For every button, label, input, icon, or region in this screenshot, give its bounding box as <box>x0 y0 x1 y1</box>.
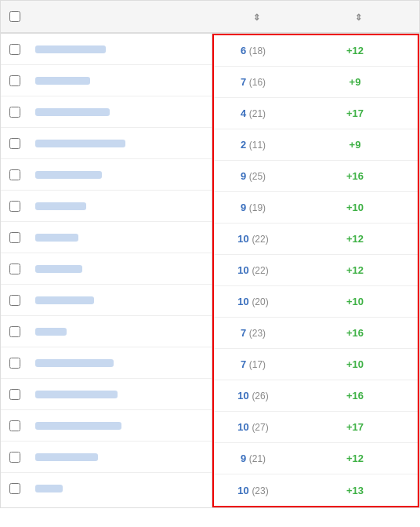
header-checkbox-cell[interactable] <box>1 11 29 22</box>
keyword-text <box>35 328 67 336</box>
keyword-row <box>1 253 212 285</box>
row-checkbox-cell[interactable] <box>1 264 29 274</box>
row-checkbox[interactable] <box>9 295 20 306</box>
pos-value: 10 <box>237 421 248 433</box>
row-checkbox-cell[interactable] <box>1 232 29 243</box>
pos-old-value: (23) <box>249 328 266 339</box>
row-checkbox-cell[interactable] <box>1 483 29 494</box>
row-checkbox[interactable] <box>9 452 20 463</box>
keyword-row <box>1 222 212 253</box>
keyword-text <box>35 391 118 398</box>
pos-value: 2 <box>241 139 246 151</box>
pos-old-value: (21) <box>249 108 266 119</box>
row-checkbox[interactable] <box>9 44 20 55</box>
row-checkbox-cell[interactable] <box>1 201 29 212</box>
table-row: 10 (23)+13 <box>214 474 418 506</box>
row-checkbox[interactable] <box>9 264 20 274</box>
pos-old-value: (22) <box>252 234 268 245</box>
row-checkbox[interactable] <box>9 169 20 180</box>
table-row: 10 (20)+10 <box>214 286 418 318</box>
table-row: 7 (17)+10 <box>214 349 418 380</box>
table-row: 9 (21)+12 <box>214 443 418 474</box>
row-checkbox-cell[interactable] <box>1 169 29 180</box>
table-row: 4 (21)+17 <box>214 98 418 129</box>
pos-value: 9 <box>241 202 246 213</box>
row-checkbox[interactable] <box>9 201 20 212</box>
row-checkbox[interactable] <box>9 483 20 494</box>
row-checkbox[interactable] <box>9 75 20 86</box>
main-table: ⇕ ⇕ 6 (18)+127 (16)+94 (21)+172 (11)+99 … <box>0 0 420 508</box>
keyword-row <box>1 191 212 222</box>
pos-old-value: (19) <box>249 202 266 213</box>
table-row: 10 (22)+12 <box>214 224 418 255</box>
table-row: 10 (27)+17 <box>214 412 418 443</box>
row-checkbox-cell[interactable] <box>1 138 29 149</box>
keyword-column <box>1 34 212 507</box>
keyword-text <box>35 108 110 116</box>
table-row: 7 (16)+9 <box>214 67 418 98</box>
row-checkbox-cell[interactable] <box>1 358 29 369</box>
row-checkbox-cell[interactable] <box>1 452 29 463</box>
keyword-text <box>35 485 63 492</box>
pos-cell: 10 (23) <box>214 485 292 496</box>
row-checkbox[interactable] <box>9 358 20 369</box>
diff-cell: +13 <box>292 485 418 496</box>
diff-cell: +12 <box>292 264 418 276</box>
keyword-text <box>35 296 94 304</box>
row-checkbox-cell[interactable] <box>1 107 29 118</box>
keyword-text <box>35 202 86 210</box>
pos-cell: 7 (23) <box>214 327 292 339</box>
row-checkbox-cell[interactable] <box>1 44 29 55</box>
diff-cell: +9 <box>292 76 418 88</box>
keyword-text <box>35 265 82 273</box>
pos-column-header[interactable]: ⇕ <box>215 11 294 23</box>
diff-cell: +12 <box>292 45 418 56</box>
keyword-text <box>35 422 121 430</box>
row-checkbox[interactable] <box>9 420 20 431</box>
pos-value: 10 <box>237 296 248 307</box>
diff-sort-icon: ⇕ <box>355 13 362 23</box>
row-checkbox[interactable] <box>9 107 20 118</box>
row-checkbox[interactable] <box>9 138 20 149</box>
row-checkbox-cell[interactable] <box>1 75 29 86</box>
pos-old-value: (22) <box>252 265 268 276</box>
keyword-row <box>1 159 212 191</box>
keyword-row <box>1 347 212 379</box>
diff-cell: +10 <box>292 296 418 307</box>
row-checkbox-cell[interactable] <box>1 295 29 306</box>
pos-value: 9 <box>241 170 246 182</box>
diff-cell: +12 <box>292 233 418 245</box>
diff-cell: +16 <box>292 170 418 182</box>
pos-cell: 10 (27) <box>214 421 292 433</box>
pos-value: 9 <box>241 452 246 464</box>
keyword-row <box>1 379 212 410</box>
table-row: 10 (22)+12 <box>214 255 418 286</box>
pos-value: 7 <box>241 327 246 339</box>
header-checkbox[interactable] <box>9 11 20 22</box>
keyword-text <box>35 77 90 85</box>
keyword-row <box>1 65 212 96</box>
pos-cell: 10 (20) <box>214 296 292 307</box>
pos-old-value: (23) <box>252 485 268 496</box>
pos-cell: 2 (11) <box>214 139 292 151</box>
pos-value: 6 <box>241 45 246 56</box>
row-checkbox[interactable] <box>9 389 20 400</box>
row-checkbox-cell[interactable] <box>1 389 29 400</box>
diff-column-header[interactable]: ⇕ <box>294 11 419 23</box>
diff-cell: +9 <box>292 139 418 151</box>
pos-old-value: (17) <box>249 359 266 370</box>
pos-value: 7 <box>241 76 246 88</box>
keyword-row <box>1 473 212 504</box>
table-row: 2 (11)+9 <box>214 129 418 161</box>
row-checkbox-cell[interactable] <box>1 326 29 337</box>
pos-old-value: (25) <box>249 171 266 182</box>
diff-cell: +12 <box>292 452 418 464</box>
pos-old-value: (27) <box>252 422 268 433</box>
pos-sort-icon: ⇕ <box>253 13 260 23</box>
data-columns: 6 (18)+127 (16)+94 (21)+172 (11)+99 (25)… <box>212 34 419 507</box>
pos-cell: 9 (25) <box>214 170 292 182</box>
row-checkbox[interactable] <box>9 326 20 337</box>
row-checkbox-cell[interactable] <box>1 420 29 431</box>
row-checkbox[interactable] <box>9 232 20 243</box>
diff-cell: +10 <box>292 358 418 370</box>
